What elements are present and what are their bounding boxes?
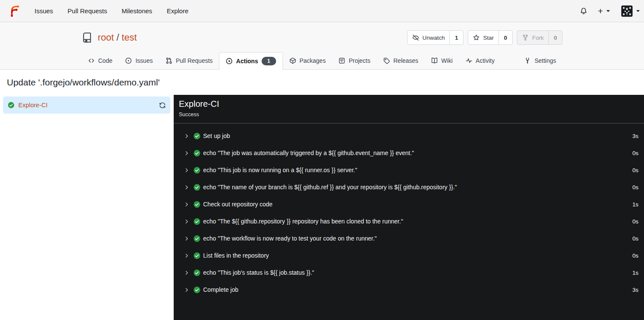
forks-count[interactable]: 0: [548, 31, 562, 44]
success-check-icon: [193, 218, 201, 225]
job-log-title: Explore-CI: [179, 98, 639, 109]
step-duration: 3s: [632, 287, 638, 293]
chevron-right-icon[interactable]: [184, 185, 189, 190]
step-duration: 1s: [632, 270, 638, 276]
tab-settings[interactable]: Settings: [518, 52, 562, 69]
nav-explore[interactable]: Explore: [160, 0, 196, 22]
chevron-down-icon: [606, 10, 610, 12]
tab-wiki[interactable]: Wiki: [425, 52, 459, 69]
chevron-right-icon[interactable]: [184, 253, 189, 258]
step-row[interactable]: Complete job 3s: [174, 281, 644, 298]
book-icon: [431, 57, 438, 64]
chevron-right-icon[interactable]: [184, 202, 189, 207]
step-row[interactable]: echo "This job is now running on a ${{ r…: [174, 161, 644, 179]
fork-icon: [522, 34, 529, 41]
repo-separator: /: [117, 32, 119, 43]
nav-pull-requests[interactable]: Pull Requests: [60, 0, 114, 22]
step-row[interactable]: echo "The workflow is now ready to test …: [174, 230, 644, 247]
fork-button-group: Fork 0: [517, 30, 562, 45]
chevron-down-icon: [636, 10, 640, 12]
tab-actions[interactable]: Actions 1: [219, 52, 283, 70]
repo-name-link[interactable]: test: [122, 32, 137, 43]
unwatch-button[interactable]: Unwatch: [408, 31, 450, 44]
tools-icon: [524, 57, 531, 64]
repo-header: root / test Unwatch 1 Star 0: [0, 22, 644, 70]
tab-packages[interactable]: Packages: [283, 52, 332, 69]
tab-pull-requests[interactable]: Pull Requests: [159, 52, 219, 69]
success-check-icon: [193, 150, 201, 157]
tab-projects[interactable]: Projects: [332, 52, 377, 69]
star-button[interactable]: Star: [468, 31, 498, 44]
play-circle-icon: [226, 58, 233, 65]
step-row[interactable]: echo "This job's status is ${{ job.statu…: [174, 264, 644, 281]
step-row[interactable]: Set up job 3s: [174, 127, 644, 144]
step-row[interactable]: echo "The name of your branch is ${{ git…: [174, 179, 644, 196]
plus-icon: +: [598, 6, 603, 15]
job-log-header: Explore-CI Success: [174, 95, 644, 123]
create-new-dropdown[interactable]: +: [598, 6, 610, 15]
star-icon: [473, 34, 480, 41]
tab-releases[interactable]: Releases: [377, 52, 425, 69]
rerun-sync-icon[interactable]: [159, 102, 166, 109]
user-menu-dropdown[interactable]: [621, 5, 640, 17]
star-label: Star: [483, 35, 494, 41]
run-title: Update '.forgejo/workflows/demo.yaml': [0, 70, 644, 95]
step-duration: 0s: [632, 218, 638, 225]
success-check-icon: [193, 252, 201, 259]
forgejo-logo-icon[interactable]: [8, 4, 21, 18]
chevron-right-icon[interactable]: [184, 150, 189, 156]
repo-icon: [82, 32, 93, 43]
steps-list: Set up job 3s echo "The job was automati…: [174, 123, 644, 302]
unwatch-button-group: Unwatch 1: [407, 30, 464, 45]
repo-tabs: Code Issues Pull Requests Actions 1 Pack…: [82, 52, 562, 69]
jobs-sidebar: Explore-CI: [0, 95, 174, 320]
step-row[interactable]: List files in the repository 0s: [174, 247, 644, 264]
unwatch-label: Unwatch: [423, 35, 445, 41]
fork-button[interactable]: Fork: [517, 31, 548, 44]
job-status: Success: [179, 112, 639, 118]
nav-milestones[interactable]: Milestones: [114, 0, 160, 22]
success-check-icon: [193, 269, 201, 276]
tab-code[interactable]: Code: [82, 52, 119, 69]
eye-slash-icon: [412, 34, 419, 41]
tab-issues[interactable]: Issues: [119, 52, 159, 69]
step-duration: 0s: [632, 252, 638, 259]
actions-count-badge: 1: [262, 57, 276, 65]
success-check-icon: [193, 286, 201, 294]
actions-run-view: Update '.forgejo/workflows/demo.yaml' Ex…: [0, 70, 644, 320]
success-check-icon: [193, 132, 201, 140]
issue-icon: [125, 57, 132, 64]
repo-owner-link[interactable]: root: [98, 32, 114, 43]
tab-activity[interactable]: Activity: [459, 52, 501, 69]
watchers-count[interactable]: 1: [449, 31, 463, 44]
step-row[interactable]: echo "The ${{ github.repository }} repos…: [174, 213, 644, 230]
nav-issues[interactable]: Issues: [27, 0, 60, 22]
chevron-right-icon[interactable]: [184, 236, 189, 241]
step-duration: 0s: [632, 184, 638, 191]
navbar-right: +: [580, 5, 644, 17]
chevron-right-icon[interactable]: [184, 219, 189, 224]
package-icon: [289, 57, 296, 64]
stars-count[interactable]: 0: [498, 31, 512, 44]
repo-action-buttons: Unwatch 1 Star 0 Fork 0: [407, 30, 562, 45]
step-row[interactable]: echo "The job was automatically triggere…: [174, 144, 644, 161]
job-name: Explore-CI: [18, 102, 48, 109]
step-row[interactable]: Check out repository code 1s: [174, 196, 644, 213]
success-check-icon: [8, 102, 15, 109]
job-item-explore-ci[interactable]: Explore-CI: [3, 97, 170, 114]
success-check-icon: [193, 201, 201, 208]
chevron-right-icon[interactable]: [184, 167, 189, 173]
step-duration: 3s: [632, 133, 638, 139]
job-log-panel: Explore-CI Success Set up job 3s echo "T…: [174, 95, 644, 320]
repo-title: root / test: [82, 32, 137, 43]
chevron-right-icon[interactable]: [184, 270, 189, 276]
step-duration: 0s: [632, 150, 638, 156]
project-icon: [338, 57, 345, 64]
chevron-right-icon[interactable]: [184, 287, 189, 293]
code-icon: [88, 57, 95, 64]
success-check-icon: [193, 235, 201, 242]
pulse-icon: [466, 57, 472, 64]
chevron-right-icon[interactable]: [184, 133, 189, 139]
notifications-bell-icon[interactable]: [580, 7, 587, 15]
navbar: Issues Pull Requests Milestones Explore …: [0, 0, 644, 22]
